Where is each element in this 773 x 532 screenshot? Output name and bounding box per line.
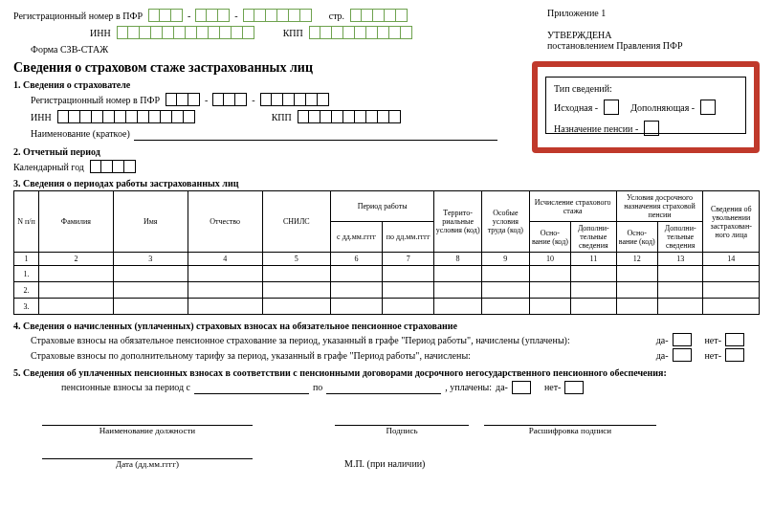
num-11: 11: [571, 253, 617, 266]
col-to: по дд.мм.гггг: [383, 222, 434, 253]
reg-top-part3[interactable]: [243, 9, 312, 22]
sec4-l2-no-checkbox[interactable]: [725, 348, 744, 362]
row2-num: 2.: [14, 282, 39, 299]
sec2-year-label: Календарный год: [13, 162, 84, 172]
num-12: 12: [616, 253, 657, 266]
sec1-inn-label: ИНН: [31, 112, 52, 122]
type-pension-label: Назначение пенсии -: [554, 123, 638, 134]
sec1-name-field[interactable]: [134, 126, 497, 141]
signature-field[interactable]: [335, 411, 469, 426]
sec4-l1-yes-checkbox[interactable]: [673, 333, 692, 346]
col-dismiss: Сведения об увольнении застрахован- ного…: [703, 191, 760, 253]
num-7: 7: [383, 253, 434, 266]
type-heading: Тип сведений:: [554, 83, 738, 94]
type-supplement-checkbox[interactable]: [700, 100, 716, 115]
sec1-reg-part2[interactable]: [212, 93, 247, 106]
sec5-to-label: по: [313, 382, 322, 392]
sec4-l1-no-checkbox[interactable]: [725, 333, 744, 346]
sec4-l1-yes-label: да-: [656, 335, 669, 345]
sec2-year-field[interactable]: [90, 160, 136, 173]
col-base1: Осно- вание (код): [529, 222, 570, 253]
sec1-inn-field[interactable]: [57, 110, 195, 123]
signature-label: Подпись: [335, 426, 469, 435]
decipher-field[interactable]: [484, 411, 656, 426]
col-n: N п/п: [14, 191, 39, 253]
col-base2: Осно- вание (код): [616, 222, 657, 253]
sec5-to-field[interactable]: [326, 380, 441, 394]
num-14: 14: [703, 253, 760, 266]
sec5-no-label: нет-: [544, 382, 562, 392]
type-initial-label: Исходная -: [554, 102, 598, 113]
reg-top-part1[interactable]: [148, 9, 183, 22]
num-3: 3: [113, 253, 188, 266]
sec4-line2: Страховые взносы по дополнительному тари…: [31, 350, 471, 361]
col-extra2: Дополни- тельные сведения: [657, 222, 703, 253]
stamp-label: М.П. (при наличии): [344, 458, 425, 469]
col-name: Имя: [113, 191, 188, 253]
sec4-line1: Страховые взносы на обязательное пенсион…: [31, 335, 570, 345]
date-label: Дата (дд.мм.гггг): [42, 459, 253, 469]
kpp-label-top: КПП: [283, 28, 303, 38]
col-early: Условия досрочного назначения страховой …: [616, 191, 703, 222]
approved-by-label: постановлением Правления ПФР: [547, 40, 758, 51]
type-initial-checkbox[interactable]: [604, 100, 619, 115]
table-row[interactable]: 1.: [14, 266, 760, 282]
num-6: 6: [331, 253, 383, 266]
num-10: 10: [529, 253, 570, 266]
type-supplement-label: Дополняющая -: [630, 102, 695, 113]
sec1-reg-part1[interactable]: [166, 93, 200, 106]
reg-label-top: Регистрационный номер в ПФР: [13, 11, 143, 21]
decipher-label: Расшифровка подписи: [484, 426, 656, 435]
sec1-reg-label: Регистрационный номер в ПФР: [31, 95, 160, 105]
page-field[interactable]: [350, 9, 408, 22]
reg-top-part2[interactable]: [195, 9, 230, 22]
num-9: 9: [481, 253, 529, 266]
date-field[interactable]: [42, 445, 253, 459]
col-period: Период работы: [331, 191, 434, 222]
approval-block: Приложение 1 УТВЕРЖДЕНА постановлением П…: [547, 8, 758, 51]
table-row[interactable]: 3.: [14, 299, 760, 315]
appendix-label: Приложение 1: [547, 8, 758, 18]
col-surname: Фамилия: [38, 191, 113, 253]
highlight-box: Тип сведений: Исходная - Дополняющая - Н…: [532, 61, 760, 153]
sec4-l1-no-label: нет-: [705, 335, 722, 345]
sec4-l2-yes-label: да-: [656, 350, 669, 361]
sec5-yes-checkbox[interactable]: [512, 381, 531, 394]
sec5-heading: 5. Сведения об уплаченных пенсионных взн…: [13, 367, 760, 378]
type-box: Тип сведений: Исходная - Дополняющая - Н…: [545, 77, 746, 134]
sec4-heading: 4. Сведения о начисленных (уплаченных) с…: [13, 321, 760, 331]
sec1-reg-part3[interactable]: [260, 93, 329, 106]
num-2: 2: [38, 253, 113, 266]
sec1-kpp-field[interactable]: [298, 110, 401, 123]
type-pension-checkbox[interactable]: [644, 121, 659, 136]
inn-label-top: ИНН: [90, 28, 111, 38]
inn-top-field[interactable]: [117, 26, 254, 39]
position-label: Наименование должности: [42, 426, 253, 435]
page-label: стр.: [329, 11, 344, 21]
approved-label: УТВЕРЖДЕНА: [547, 30, 758, 40]
col-special: Особые условия труда (код): [481, 191, 529, 253]
sec4-l2-no-label: нет-: [705, 350, 722, 361]
col-extra1: Дополни- тельные сведения: [571, 222, 617, 253]
num-8: 8: [434, 253, 482, 266]
row3-num: 3.: [14, 299, 39, 315]
sec5-contrib-label: пенсионные взносы за период с: [61, 382, 190, 392]
work-periods-table: N п/п Фамилия Имя Отчество СНИЛС Период …: [13, 190, 760, 315]
sec1-name-label: Наименование (краткое): [31, 128, 130, 139]
row1-num: 1.: [14, 266, 39, 282]
sec3-heading: 3. Сведения о периодах работы застрахова…: [13, 178, 760, 188]
col-from: с дд.мм.гггг: [331, 222, 383, 253]
num-13: 13: [657, 253, 703, 266]
sec5-no-checkbox[interactable]: [564, 381, 584, 394]
position-field[interactable]: [42, 411, 253, 426]
kpp-top-field[interactable]: [309, 26, 412, 39]
sec5-from-field[interactable]: [194, 380, 309, 394]
col-snils: СНИЛС: [262, 191, 330, 253]
col-terr: Террито- риальные условия (код): [434, 191, 482, 253]
col-calc: Исчисление страхового стажа: [529, 191, 616, 222]
col-patronymic: Отчество: [188, 191, 262, 253]
table-row[interactable]: 2.: [14, 282, 760, 299]
num-1: 1: [14, 253, 39, 266]
sec4-l2-yes-checkbox[interactable]: [673, 348, 692, 362]
sec1-kpp-label: КПП: [272, 112, 292, 122]
